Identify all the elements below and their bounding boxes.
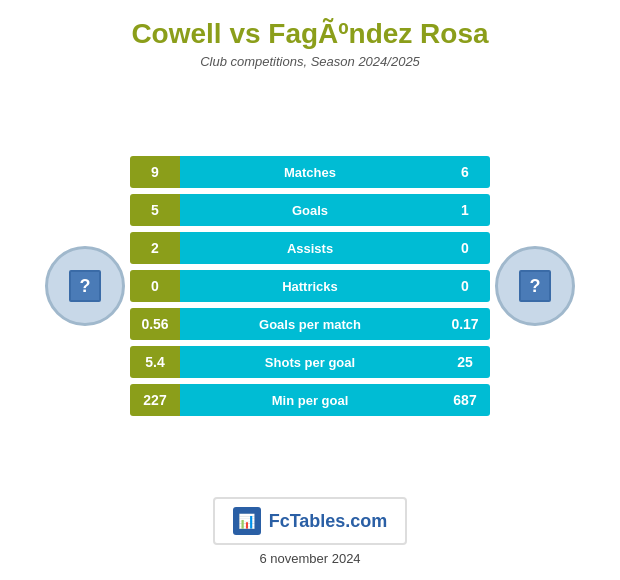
logo-text: FcTables.com bbox=[269, 511, 388, 532]
stat-right-0: 6 bbox=[440, 156, 490, 188]
logo-area: 📊 FcTables.com bbox=[213, 497, 408, 545]
stat-left-6: 227 bbox=[130, 384, 180, 416]
stat-label-0: Matches bbox=[180, 156, 440, 188]
stat-left-3: 0 bbox=[130, 270, 180, 302]
page-wrapper: Cowell vs FagÃºndez Rosa Club competitio… bbox=[0, 0, 620, 580]
stat-label-1: Goals bbox=[180, 194, 440, 226]
stat-right-2: 0 bbox=[440, 232, 490, 264]
player-avatar-right: ? bbox=[490, 246, 580, 326]
stats-container: 9Matches65Goals12Assists00Hattricks00.56… bbox=[130, 156, 490, 416]
stat-label-6: Min per goal bbox=[180, 384, 440, 416]
stat-left-5: 5.4 bbox=[130, 346, 180, 378]
subtitle: Club competitions, Season 2024/2025 bbox=[10, 54, 610, 69]
stat-right-1: 1 bbox=[440, 194, 490, 226]
stat-left-1: 5 bbox=[130, 194, 180, 226]
stat-row: 0Hattricks0 bbox=[130, 270, 490, 302]
stat-row: 5Goals1 bbox=[130, 194, 490, 226]
stat-row: 5.4Shots per goal25 bbox=[130, 346, 490, 378]
stat-right-4: 0.17 bbox=[440, 308, 490, 340]
stat-label-3: Hattricks bbox=[180, 270, 440, 302]
stat-label-4: Goals per match bbox=[180, 308, 440, 340]
stat-row: 2Assists0 bbox=[130, 232, 490, 264]
stat-label-2: Assists bbox=[180, 232, 440, 264]
stat-right-6: 687 bbox=[440, 384, 490, 416]
stat-left-2: 2 bbox=[130, 232, 180, 264]
content-area: ? 9Matches65Goals12Assists00Hattricks00.… bbox=[0, 75, 620, 487]
stat-right-3: 0 bbox=[440, 270, 490, 302]
stat-left-0: 9 bbox=[130, 156, 180, 188]
stat-row: 9Matches6 bbox=[130, 156, 490, 188]
page-title: Cowell vs FagÃºndez Rosa bbox=[10, 18, 610, 50]
header: Cowell vs FagÃºndez Rosa Club competitio… bbox=[0, 0, 620, 75]
avatar-placeholder-left: ? bbox=[69, 270, 101, 302]
stat-label-5: Shots per goal bbox=[180, 346, 440, 378]
logo-icon: 📊 bbox=[233, 507, 261, 535]
avatar-placeholder-right: ? bbox=[519, 270, 551, 302]
stat-right-5: 25 bbox=[440, 346, 490, 378]
stat-row: 227Min per goal687 bbox=[130, 384, 490, 416]
avatar-circle-left: ? bbox=[45, 246, 125, 326]
stat-row: 0.56Goals per match0.17 bbox=[130, 308, 490, 340]
avatar-circle-right: ? bbox=[495, 246, 575, 326]
stat-left-4: 0.56 bbox=[130, 308, 180, 340]
player-avatar-left: ? bbox=[40, 246, 130, 326]
date-label: 6 november 2024 bbox=[259, 551, 360, 566]
